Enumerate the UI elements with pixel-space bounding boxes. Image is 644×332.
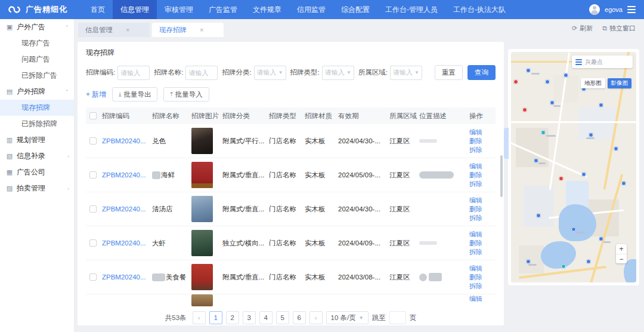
row-checkbox[interactable] <box>89 205 97 213</box>
sidebar-item-existing-signboards[interactable]: 现存招牌 <box>0 100 74 116</box>
zoom-out-button[interactable]: − <box>616 254 627 263</box>
menu-item-documents[interactable]: 文件规章 <box>245 0 289 19</box>
terrain-layer-button[interactable]: 地形图 <box>581 78 605 88</box>
table-row: ZPBM20240... 海鲜 附属式/垂直... 门店名称 实木板 2024/… <box>86 158 496 192</box>
signboard-name-input[interactable] <box>185 66 218 80</box>
delete-link[interactable]: 删除 <box>469 171 492 180</box>
tab-info-mgmt[interactable]: 信息管理 × <box>78 23 150 37</box>
edit-link[interactable]: 编辑 <box>469 294 492 303</box>
signboard-code-link[interactable]: ZPBM20240... <box>102 273 146 281</box>
menu-item-config[interactable]: 综合配置 <box>333 0 377 19</box>
demolish-link[interactable]: 拆除 <box>469 180 492 189</box>
edit-link[interactable]: 编辑 <box>469 264 492 273</box>
main-menu: 首页 信息管理 审核管理 广告监管 文件规章 信用监管 综合配置 工作台-管理人… <box>83 0 513 19</box>
table-scrollbar[interactable] <box>500 119 503 322</box>
sidebar-item-auction-mgmt[interactable]: ▨ 拍卖管理 › <box>0 180 74 196</box>
sidebar-group-outdoor-signboards[interactable]: ▤ 户外招牌 ⌃ <box>0 84 74 100</box>
edit-link[interactable]: 编辑 <box>469 128 492 137</box>
demolish-link[interactable]: 拆除 <box>469 282 492 291</box>
page-button-4[interactable]: 4 <box>259 311 273 324</box>
menu-item-audit[interactable]: 审核管理 <box>157 0 201 19</box>
scrollbar-thumb[interactable] <box>500 155 503 197</box>
delete-link[interactable]: 删除 <box>469 137 492 146</box>
page-button-1[interactable]: 1 <box>209 311 222 324</box>
sidebar-item-info-supplement[interactable]: ▧ 信息补录 › <box>0 148 74 164</box>
signboard-code-link[interactable]: ZPBM20240... <box>102 205 146 213</box>
signboard-code-link[interactable]: ZPBM20240... <box>102 171 146 179</box>
signboard-category-select[interactable]: 请输入 ▼ <box>254 66 286 80</box>
imagery-layer-button[interactable]: 影像图 <box>608 78 632 88</box>
page-button-3[interactable]: 3 <box>243 311 256 324</box>
signboard-photo[interactable] <box>191 294 213 306</box>
refresh-button[interactable]: ⟳ 刷新 <box>572 24 593 33</box>
map-canvas[interactable]: 地形图 影像图 + − <box>511 52 636 282</box>
row-checkbox[interactable] <box>89 239 97 247</box>
tab-existing-signboards[interactable]: 现存招牌 × <box>152 23 224 37</box>
menu-item-ad-supervision[interactable]: 广告监管 <box>201 0 245 19</box>
sidebar-item-ad-company[interactable]: ▦ 广告公司 <box>0 164 74 180</box>
signboard-code-input[interactable] <box>117 66 150 80</box>
sidebar-group-outdoor-ads[interactable]: ▣ 户外广告 ⌃ <box>0 19 74 35</box>
page-button-6[interactable]: 6 <box>293 311 306 324</box>
signboard-photo[interactable] <box>191 264 213 290</box>
signboard-code-link[interactable]: ZPBM20240... <box>102 137 146 145</box>
delete-link[interactable]: 删除 <box>469 273 492 282</box>
batch-import-button[interactable]: ⤒ 批量导入 <box>163 87 209 102</box>
edit-link[interactable]: 编辑 <box>469 196 492 205</box>
map-search-input[interactable] <box>585 59 627 65</box>
edit-link[interactable]: 编辑 <box>469 162 492 171</box>
user-avatar[interactable] <box>589 4 600 15</box>
row-checkbox[interactable] <box>89 171 97 179</box>
demolish-link[interactable]: 拆除 <box>469 214 492 223</box>
app-logo[interactable]: 广告精细化 <box>0 4 83 15</box>
map-street-label <box>546 135 556 137</box>
reset-button[interactable]: 重置 <box>435 65 463 80</box>
map-lake <box>541 241 576 269</box>
edit-link[interactable]: 编辑 <box>469 230 492 239</box>
row-checkbox[interactable] <box>89 273 97 281</box>
sidebar-item-existing-ads[interactable]: 现存广告 <box>0 35 74 51</box>
select-all-checkbox[interactable] <box>89 112 97 119</box>
page-button-5[interactable]: 5 <box>276 311 289 324</box>
signboard-photo[interactable] <box>191 128 213 154</box>
jump-to-page-input[interactable] <box>389 311 406 324</box>
signboard-photo[interactable] <box>191 196 213 222</box>
map-menu-icon[interactable] <box>575 59 582 65</box>
menu-item-info-mgmt[interactable]: 信息管理 <box>113 0 157 19</box>
page-button-2[interactable]: 2 <box>226 311 239 324</box>
signboard-code-link[interactable]: ZPBM20240... <box>102 239 146 247</box>
district-select[interactable]: 请输入 ▼ <box>390 66 422 80</box>
sidebar-item-planning-mgmt[interactable]: ▥ 规划管理 <box>0 132 74 148</box>
prev-page-button[interactable]: ‹ <box>193 311 206 324</box>
next-page-button[interactable]: › <box>309 311 323 324</box>
search-button[interactable]: 查询 <box>467 65 496 80</box>
demolish-link[interactable]: 拆除 <box>469 146 492 155</box>
delete-link[interactable]: 删除 <box>469 239 492 248</box>
sidebar-item-problem-ads[interactable]: 问题广告 <box>0 51 74 67</box>
delete-link[interactable]: 删除 <box>469 205 492 214</box>
demolish-link[interactable]: 拆除 <box>469 248 492 257</box>
close-icon[interactable]: × <box>200 26 203 33</box>
signboard-photo[interactable] <box>191 162 213 188</box>
add-button[interactable]: + 新增 <box>86 90 106 100</box>
signboard-photo[interactable] <box>191 230 213 256</box>
hamburger-menu-icon[interactable] <box>627 6 636 13</box>
sidebar-item-removed-ads[interactable]: 已拆除广告 <box>0 67 74 84</box>
menu-item-credit[interactable]: 信用监管 <box>289 0 333 19</box>
batch-export-button[interactable]: ⤓ 批量导出 <box>112 87 157 102</box>
chevron-right-icon: › <box>67 153 69 159</box>
chevron-up-icon: ⌃ <box>64 89 69 95</box>
standalone-window-button[interactable]: ⧉ 独立窗口 <box>602 24 636 33</box>
menu-item-workbench-admin[interactable]: 工作台-管理人员 <box>377 0 445 19</box>
sidebar-item-removed-signboards[interactable]: 已拆除招牌 <box>0 116 74 132</box>
page-size-select[interactable]: 10 条/页 ▼ <box>326 311 369 324</box>
menu-item-workbench-enforcement[interactable]: 工作台-执法大队 <box>445 0 513 19</box>
map-search-box[interactable] <box>572 56 633 68</box>
map-poi-marker <box>545 79 550 84</box>
row-checkbox[interactable] <box>89 137 97 145</box>
zoom-in-button[interactable]: + <box>616 244 627 254</box>
signboard-type-select[interactable]: 请输入 ▼ <box>322 66 354 80</box>
close-icon[interactable]: × <box>126 26 129 33</box>
map-collapse-handle[interactable] <box>504 128 509 159</box>
menu-item-home[interactable]: 首页 <box>83 0 113 19</box>
